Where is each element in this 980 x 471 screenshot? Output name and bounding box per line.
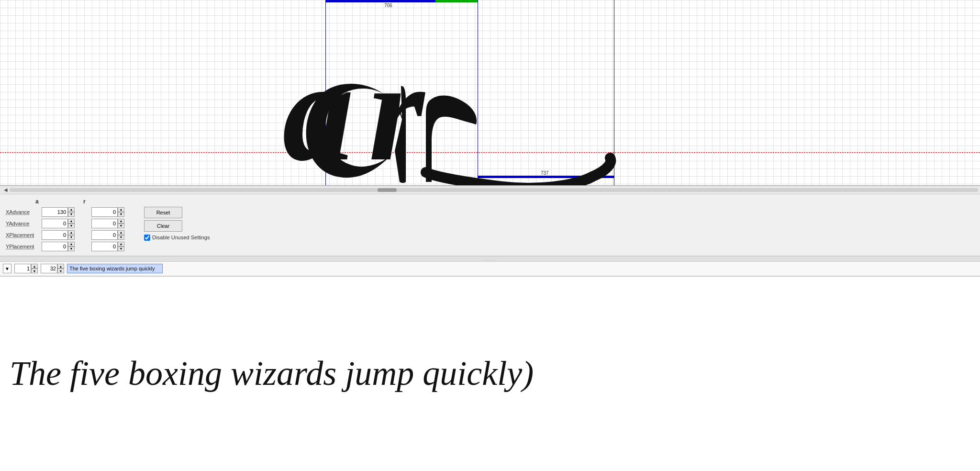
scroll-track[interactable]	[10, 188, 978, 192]
xplacement-a-spinner[interactable]: ▲ ▼	[42, 230, 89, 240]
size-pt-arrows: ▲ ▼	[57, 264, 64, 273]
yadvance-a-arrows: ▲ ▼	[68, 219, 75, 228]
script-dropdown[interactable]: ▼	[3, 264, 11, 273]
resize-divider[interactable]: ......	[0, 256, 980, 262]
disable-unused-row: Disable Unused Settings	[144, 235, 210, 241]
yplacement-a-input[interactable]	[42, 242, 68, 251]
size-1-down[interactable]: ▼	[31, 269, 38, 273]
xplacement-r-arrows: ▲ ▼	[118, 230, 124, 240]
baseline-line	[0, 152, 980, 153]
col-label-r: r	[83, 198, 122, 205]
xadvance-a-up[interactable]: ▲	[68, 207, 75, 212]
xplacement-r-input[interactable]	[91, 230, 118, 240]
size-spinner-pt[interactable]: ▲ ▼	[41, 264, 64, 273]
controls-header: a r	[6, 198, 974, 205]
xplacement-r-spinner[interactable]: ▲ ▼	[91, 230, 134, 240]
row-label-xplacement: XPlacement	[6, 230, 42, 240]
yplacement-r-down[interactable]: ▼	[118, 247, 124, 251]
spinners-col-a: ▲ ▼ ▲ ▼ ▲ ▼ ▲	[42, 207, 89, 252]
row-labels: XAdvance YAdvance XPlacement YPlacement	[6, 207, 42, 252]
size-input-pt[interactable]	[41, 264, 57, 273]
disable-unused-label: Disable Unused Settings	[152, 235, 210, 240]
yadvance-r-up[interactable]: ▲	[118, 219, 124, 224]
row-label-xadvance: XAdvance	[6, 207, 42, 217]
label-737: 737	[541, 170, 549, 176]
yadvance-r-input[interactable]	[91, 219, 118, 228]
yplacement-a-down[interactable]: ▼	[68, 247, 75, 251]
xadvance-a-spinner[interactable]: ▲ ▼	[42, 207, 89, 217]
action-buttons-col: Reset Clear Disable Unused Settings	[144, 207, 210, 252]
xadvance-a-input[interactable]	[42, 207, 68, 217]
yplacement-r-arrows: ▲ ▼	[118, 242, 124, 251]
disable-unused-checkbox[interactable]	[144, 235, 150, 241]
yadvance-a-up[interactable]: ▲	[68, 219, 75, 224]
xplacement-a-up[interactable]: ▲	[68, 230, 75, 235]
size-input-1[interactable]	[14, 264, 31, 273]
xadvance-r-input[interactable]	[91, 207, 118, 217]
yadvance-r-spinner[interactable]: ▲ ▼	[91, 218, 134, 229]
yadvance-r-down[interactable]: ▼	[118, 224, 124, 228]
clear-button[interactable]: Clear	[144, 220, 182, 232]
xplacement-a-arrows: ▲ ▼	[68, 230, 75, 240]
col-label-a: a	[35, 198, 83, 205]
glyph-r-advance-bar	[478, 176, 614, 178]
scroll-left-arrow[interactable]: ◀	[2, 187, 10, 192]
text-preview-bar: ▼ ▲ ▼ ▲ ▼ The five boxing wizards jump q…	[0, 262, 980, 276]
scroll-thumb[interactable]	[378, 188, 397, 192]
vertical-line-1	[325, 0, 326, 185]
yplacement-r-spinner[interactable]: ▲ ▼	[91, 241, 134, 252]
xadvance-r-arrows: ▲ ▼	[118, 207, 124, 217]
yplacement-a-up[interactable]: ▲	[68, 242, 75, 247]
xadvance-a-down[interactable]: ▼	[68, 212, 75, 217]
spinners-col-r: ▲ ▼ ▲ ▼ ▲ ▼ ▲	[91, 207, 134, 252]
preview-text-input[interactable]: The five boxing wizards jump quickly	[67, 264, 163, 273]
row-label-yadvance: YAdvance	[6, 218, 42, 229]
yadvance-a-spinner[interactable]: ▲ ▼	[42, 218, 89, 229]
label-706: 706	[384, 3, 392, 8]
xplacement-a-input[interactable]	[42, 230, 68, 240]
size-1-up[interactable]: ▲	[31, 264, 38, 269]
glyph-a-green-bar	[435, 0, 478, 2]
glyph-canvas: 706 737 ar	[0, 0, 980, 186]
size-pt-up[interactable]: ▲	[57, 264, 64, 269]
size-spinner-1-arrows: ▲ ▼	[31, 264, 38, 273]
yadvance-a-input[interactable]	[42, 219, 68, 228]
yplacement-a-arrows: ▲ ▼	[68, 242, 75, 251]
vertical-line-2	[478, 0, 478, 185]
xplacement-r-down[interactable]: ▼	[118, 235, 124, 240]
row-label-yplacement: YPlacement	[6, 241, 42, 252]
yplacement-r-up[interactable]: ▲	[118, 242, 124, 247]
controls-rows: XAdvance YAdvance XPlacement YPlacement …	[6, 207, 974, 252]
handwriting-preview: The five boxing wizards jump quickly)	[0, 276, 980, 471]
xplacement-r-up[interactable]: ▲	[118, 230, 124, 235]
xadvance-r-down[interactable]: ▼	[118, 212, 124, 217]
controls-panel: a r XAdvance YAdvance XPlacement YPlacem…	[0, 194, 980, 256]
reset-button[interactable]: Reset	[144, 207, 182, 218]
size-pt-down[interactable]: ▼	[57, 269, 64, 273]
grid-background	[0, 0, 980, 185]
xadvance-r-up[interactable]: ▲	[118, 207, 124, 212]
handwriting-text: The five boxing wizards jump quickly)	[10, 354, 534, 393]
yadvance-r-arrows: ▲ ▼	[118, 219, 124, 228]
xplacement-a-down[interactable]: ▼	[68, 235, 75, 240]
yplacement-r-input[interactable]	[91, 242, 118, 251]
xadvance-r-spinner[interactable]: ▲ ▼	[91, 207, 134, 217]
vertical-line-3	[614, 0, 614, 185]
size-spinner-1[interactable]: ▲ ▼	[14, 264, 38, 273]
xadvance-a-arrows: ▲ ▼	[68, 207, 75, 217]
yadvance-a-down[interactable]: ▼	[68, 224, 75, 228]
horizontal-scrollbar[interactable]: ◀	[0, 186, 980, 194]
yplacement-a-spinner[interactable]: ▲ ▼	[42, 241, 89, 252]
